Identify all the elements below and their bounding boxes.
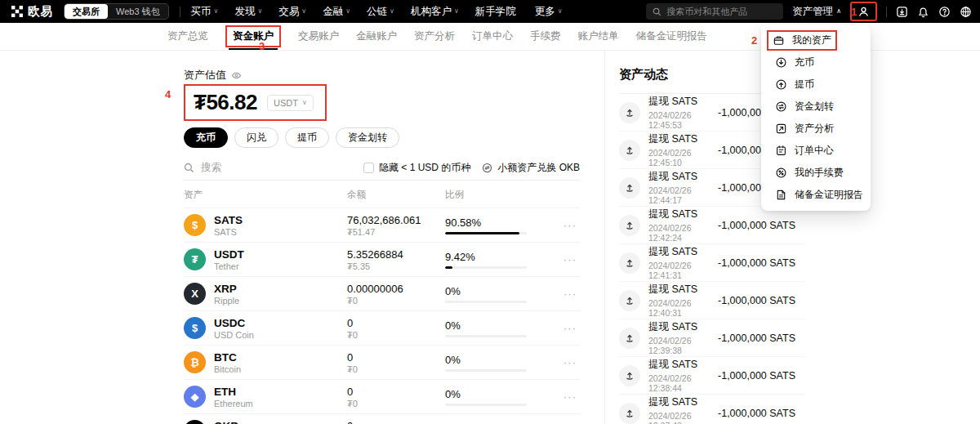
table-row[interactable]: ◆ ETH Ethereum 0 ₮0 0% ··· <box>184 379 580 413</box>
row-more-icon[interactable]: ··· <box>564 219 580 231</box>
chevron-down-icon: ∨ <box>454 8 459 15</box>
menu-item[interactable]: 金融 ∨ <box>323 5 350 19</box>
row-more-icon[interactable]: ··· <box>564 322 580 334</box>
currency-selector[interactable]: USDT ∨ <box>267 95 314 111</box>
eye-icon[interactable] <box>231 70 242 81</box>
menu-item-label: 储备金证明报告 <box>795 188 863 202</box>
globe-language-icon[interactable] <box>960 6 972 18</box>
exchange-wallet-toggle: 交易所Web3 钱包 <box>64 3 169 20</box>
action-button[interactable]: 资金划转 <box>336 127 399 148</box>
menu-item[interactable]: 更多 ∨ <box>535 5 563 19</box>
activity-item-title: 提现 SATS <box>648 170 710 184</box>
funding-account-main: 资产估值 ₮56.82 USDT ∨ 充币闪兑提币资金划转 搜索 隐藏 < 1 … <box>184 68 580 424</box>
hide-small-balances-checkbox[interactable]: 隐藏 < 1 USD 的币种 <box>363 161 470 175</box>
subnav-tab[interactable]: 金融账户 <box>356 23 397 50</box>
menu-item[interactable]: 新手学院 <box>475 5 519 19</box>
chevron-down-icon: ∨ <box>558 8 563 15</box>
coin-fiat-value: ₮0 <box>347 330 445 340</box>
okx-logo[interactable]: 欧易 <box>11 4 53 20</box>
main-menu: 买币 ∨ 发现 ∨ 交易 ∨ 金融 ∨ 公链 ∨ 机构客户 ∨ 新手学院 更 <box>191 5 563 19</box>
activity-item-amount: -1,000,000 SATS <box>718 370 795 382</box>
col-ratio: 比例 <box>445 189 564 201</box>
dropdown-menu-item[interactable]: 订单中心 <box>761 140 871 162</box>
row-more-icon[interactable]: ··· <box>564 288 580 300</box>
asset-cell: ◆ ETH Ethereum <box>184 386 347 408</box>
toggle-option[interactable]: Web3 钱包 <box>108 4 168 19</box>
table-row[interactable]: ₮ USDT Tether 5.35266884 ₮5.35 9.42% ··· <box>184 242 580 276</box>
asset-cell: $ USDC USD Coin <box>184 317 347 340</box>
row-more-icon[interactable]: ··· <box>564 253 580 266</box>
menu-item-label: 我的手续费 <box>795 166 844 180</box>
convert-small-assets-link[interactable]: 小额资产兑换 OKB <box>482 161 580 175</box>
activity-item-title: 提现 SATS <box>648 208 710 221</box>
menu-item[interactable]: 公链 ∨ <box>367 5 394 19</box>
activity-item-time: 2024/02/26 12:41:31 <box>648 261 710 280</box>
table-row[interactable]: $ SATS SATS 76,032,686.061 ₮51.47 90.58%… <box>184 208 580 242</box>
coin-symbol: BTC <box>214 351 241 364</box>
download-app-icon[interactable] <box>896 6 908 18</box>
valuation-title-row: 资产估值 <box>184 68 580 83</box>
subnav-tab[interactable]: 订单中心 <box>472 23 513 50</box>
activity-item[interactable]: 提现 SATS 2024/02/26 12:40:31 -1,000,000 S… <box>619 282 805 319</box>
action-button[interactable]: 提币 <box>285 127 329 148</box>
chevron-down-icon: ∨ <box>302 100 307 106</box>
brand-name: 欧易 <box>28 4 53 20</box>
menu-item[interactable]: 买币 ∨ <box>191 5 219 19</box>
menu-item-icon <box>775 78 787 91</box>
activity-item-time: 2024/02/26 12:40:31 <box>648 298 710 318</box>
notifications-bell-icon[interactable] <box>917 6 929 18</box>
dropdown-menu-item[interactable]: 储备金证明报告 <box>761 184 871 206</box>
row-more-icon[interactable]: ··· <box>564 391 580 403</box>
activity-item[interactable]: 提现 SATS 2024/02/26 12:37:43 -1,000,000 S… <box>619 395 805 424</box>
withdraw-icon <box>619 215 640 236</box>
dropdown-menu-item[interactable]: 我的资产 <box>761 29 871 51</box>
search-input[interactable]: 搜索币对和其他产品 <box>646 3 783 20</box>
subnav-tab[interactable]: 资产分析 <box>414 23 455 50</box>
action-button[interactable]: 闪兑 <box>234 127 278 148</box>
coin-icon: $ <box>184 317 206 339</box>
subnav-tab[interactable]: 手续费 <box>530 23 561 50</box>
dropdown-menu-item[interactable]: 提币 <box>761 74 871 96</box>
activity-item-amount: -1,000,000 SATS <box>718 220 795 231</box>
coin-symbol: ETH <box>214 386 253 398</box>
table-row[interactable]: $ USDC USD Coin 0 ₮0 0% ··· <box>184 310 580 345</box>
activity-item[interactable]: 提现 SATS 2024/02/26 12:42:24 -1,000,000 S… <box>619 207 805 244</box>
activity-item-time: 2024/02/26 12:42:24 <box>648 223 710 243</box>
asset-management-menu[interactable]: 资产管理 ∧ <box>792 5 841 19</box>
toggle-option[interactable]: 交易所 <box>65 4 108 19</box>
table-row[interactable]: OKB OKB 0 ₮0 0% ··· <box>184 413 580 424</box>
ratio-bar <box>445 404 527 406</box>
menu-item[interactable]: 交易 ∨ <box>278 5 306 19</box>
dropdown-menu-item[interactable]: 充币 <box>761 51 871 74</box>
subnav-tab[interactable]: 账户结单 <box>578 23 619 50</box>
asset-cell: ₿ BTC Bitcoin <box>184 351 347 374</box>
subnav-tab[interactable]: 资金账户 <box>225 23 281 50</box>
activity-item-title: 提现 SATS <box>648 283 710 297</box>
table-row[interactable]: ₿ BTC Bitcoin 0 ₮0 0% ··· <box>184 345 580 379</box>
action-button[interactable]: 充币 <box>184 127 228 148</box>
activity-item-title: 提现 SATS <box>648 245 710 259</box>
top-navbar: 欧易 交易所Web3 钱包 买币 ∨ 发现 ∨ 交易 ∨ 金融 ∨ 公链 ∨ 机… <box>0 0 980 23</box>
menu-item[interactable]: 机构客户 ∨ <box>411 5 459 19</box>
help-icon[interactable] <box>938 6 951 18</box>
activity-item[interactable]: 提现 SATS 2024/02/26 12:41:31 -1,000,000 S… <box>619 244 805 282</box>
dropdown-menu-item[interactable]: 我的手续费 <box>761 162 871 184</box>
activity-item[interactable]: 提现 SATS 2024/02/26 12:38:44 -1,000,000 S… <box>619 357 805 395</box>
coin-icon: ◆ <box>184 386 206 408</box>
activity-item[interactable]: 提现 SATS 2024/02/26 12:39:38 -1,000,000 S… <box>619 319 805 357</box>
coin-search-input[interactable]: 搜索 <box>184 161 363 175</box>
subnav-tab[interactable]: 资产总览 <box>167 23 208 50</box>
coin-ratio: 90.58% <box>445 216 564 229</box>
table-row[interactable]: X XRP Ripple 0.00000006 ₮0 0% ··· <box>184 276 580 310</box>
activity-item-time: 2024/02/26 12:38:44 <box>648 373 710 393</box>
asset-cell: X XRP Ripple <box>184 283 347 306</box>
activity-item-time: 2024/02/26 12:44:17 <box>648 185 710 205</box>
subnav-tab[interactable]: 交易账户 <box>298 23 339 50</box>
menu-item[interactable]: 发现 ∨ <box>234 5 262 19</box>
row-more-icon[interactable]: ··· <box>564 356 580 368</box>
dropdown-menu-item[interactable]: 资金划转 <box>761 96 871 118</box>
subnav-tab[interactable]: 储备金证明报告 <box>636 23 708 50</box>
chevron-down-icon: ∨ <box>257 8 262 15</box>
checkbox-icon[interactable] <box>363 163 374 173</box>
dropdown-menu-item[interactable]: 资产分析 <box>761 118 871 140</box>
